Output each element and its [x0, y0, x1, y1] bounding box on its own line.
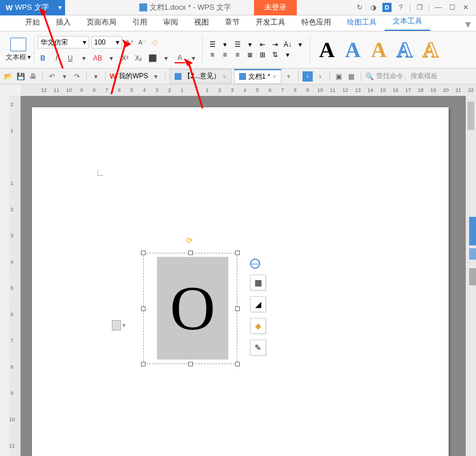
page[interactable]: ⟳ O ▾ — [32, 107, 449, 456]
increase-font-icon[interactable]: A⁺ [124, 37, 135, 47]
underline-button[interactable]: U [65, 53, 75, 63]
tab-chapter[interactable]: 章节 [217, 14, 248, 31]
subscript-button[interactable]: X₂ [134, 53, 144, 63]
align-center-icon[interactable]: ≡ [220, 51, 230, 59]
paste-options[interactable]: ▾ [112, 320, 126, 330]
outline-icon[interactable]: ✎ [250, 340, 266, 356]
scrollbar-thumb[interactable] [467, 102, 474, 130]
align-distribute-icon[interactable]: ⊞ [257, 51, 268, 59]
strikethrough-button[interactable]: AB [92, 53, 103, 63]
wps-logo[interactable]: W [110, 72, 116, 80]
ruler-vertical[interactable]: 21123456789101112 [9, 96, 21, 456]
line-spacing-dropdown[interactable]: ▾ [283, 51, 293, 59]
highlight-dropdown[interactable]: ▾ [161, 53, 171, 63]
my-wps-dropdown[interactable]: ▾ [151, 71, 161, 82]
doc-tab-2[interactable]: 文档1 * × [234, 69, 281, 84]
collapse-toolbar-icon[interactable]: — [250, 259, 260, 269]
italic-button[interactable]: I [51, 53, 62, 63]
restore-icon[interactable]: ❐ [415, 3, 424, 12]
bullets-icon[interactable]: ☰ [207, 41, 217, 49]
resize-handle-bm[interactable] [188, 362, 193, 366]
tab-view[interactable]: 视图 [186, 14, 217, 31]
undo-icon[interactable]: ↶ [47, 71, 57, 82]
bold-button[interactable]: B [38, 53, 48, 63]
help-icon[interactable]: ? [396, 3, 405, 12]
sort-dropdown[interactable]: ▾ [295, 41, 305, 49]
wordart-style-4[interactable]: A [397, 37, 412, 62]
sort-icon[interactable]: A↓ [283, 41, 293, 49]
tab-insert[interactable]: 插入 [48, 14, 79, 31]
font-color-dropdown[interactable]: ▾ [188, 53, 199, 63]
side-panel-tab[interactable] [469, 217, 476, 245]
textbox-icon[interactable] [10, 38, 26, 51]
wordart-style-1[interactable]: A [319, 37, 334, 62]
strikethrough-dropdown[interactable]: ▾ [106, 53, 116, 63]
nav-next-icon[interactable]: › [315, 71, 325, 82]
font-name-select[interactable]: 华文仿宋▾ [38, 36, 89, 49]
rotate-handle-icon[interactable]: ⟳ [186, 236, 195, 245]
nav-prev-icon[interactable]: ‹ [302, 71, 313, 82]
page-wrapper[interactable]: ⟳ O ▾ — [21, 96, 476, 456]
ribbon-collapse-icon[interactable]: ⯆ [460, 18, 476, 31]
resize-handle-tm[interactable] [188, 251, 193, 255]
highlight-button[interactable]: ⬛ [147, 53, 158, 63]
selected-textbox[interactable]: ⟳ O [143, 253, 237, 364]
format-painter-icon[interactable]: ▾ [91, 71, 101, 82]
textbox-label[interactable]: 文本框▾ [6, 53, 31, 62]
side-panel-btn-1[interactable] [469, 248, 476, 260]
resize-handle-tr[interactable] [235, 251, 240, 255]
indent-right-icon[interactable]: ⇥ [270, 41, 280, 49]
wordart-style-3[interactable]: A [371, 37, 386, 62]
resize-handle-mr[interactable] [235, 306, 240, 311]
redo-icon[interactable]: ↷ [72, 71, 82, 82]
underline-dropdown[interactable]: ▾ [79, 53, 89, 63]
tab-reference[interactable]: 引用 [124, 14, 155, 31]
minimize-icon[interactable]: — [434, 3, 443, 12]
doc-tab-close-icon[interactable]: × [272, 73, 276, 80]
line-spacing-icon[interactable]: ⇅ [270, 51, 280, 59]
wordart-style-2[interactable]: A [345, 37, 360, 62]
align-right-icon[interactable]: ≡ [232, 51, 243, 59]
task-pane-icon[interactable]: ▦ [346, 71, 357, 82]
bullets-dropdown[interactable]: ▾ [220, 41, 230, 49]
doc-tab-close-icon[interactable]: × [223, 73, 226, 80]
clear-format-icon[interactable]: ◇ [150, 37, 160, 47]
align-left-icon[interactable]: ≡ [207, 51, 217, 59]
paste-dropdown-icon[interactable]: ▾ [122, 321, 126, 329]
maximize-icon[interactable]: ☐ [447, 3, 457, 12]
font-size-select[interactable]: 100▾ [91, 36, 122, 49]
app-menu-dropdown[interactable]: ▾ [55, 0, 65, 15]
tab-draw-tools[interactable]: 绘图工具 [339, 14, 385, 31]
textbox-content[interactable]: O [157, 257, 228, 360]
settings-icon[interactable]: ◑ [369, 3, 378, 12]
open-icon[interactable]: 📂 [3, 71, 13, 82]
shape-fill-icon[interactable]: ◆ [250, 318, 266, 334]
indent-left-icon[interactable]: ⇤ [257, 41, 268, 49]
wordart-style-5[interactable]: A [423, 37, 438, 62]
superscript-button[interactable]: X² [120, 53, 130, 63]
resize-handle-ml[interactable] [141, 306, 146, 311]
resize-handle-tl[interactable] [141, 251, 146, 255]
resize-handle-bl[interactable] [141, 362, 146, 366]
tab-page-layout[interactable]: 页面布局 [79, 14, 124, 31]
numbering-icon[interactable]: ☰ [232, 41, 243, 49]
login-button[interactable]: 未登录 [254, 0, 297, 15]
font-color-button[interactable]: A [175, 53, 185, 63]
resize-handle-br[interactable] [235, 362, 240, 366]
search-box[interactable]: 🔍 查找命令、搜索模板 [365, 71, 438, 81]
doc-tab-1[interactable]: 【2...意见） × [170, 69, 232, 83]
tab-special[interactable]: 特色应用 [293, 14, 339, 31]
my-wps-label[interactable]: 我的WPS [119, 71, 148, 81]
new-tab-icon[interactable]: + [284, 71, 294, 82]
fill-icon[interactable]: ◢ [250, 296, 266, 312]
view-mode-icon[interactable]: ▣ [334, 71, 344, 82]
tab-dev-tools[interactable]: 开发工具 [248, 14, 293, 31]
align-justify-icon[interactable]: ≣ [245, 51, 255, 59]
close-icon[interactable]: ✕ [461, 3, 470, 12]
side-panel-btn-2[interactable] [469, 268, 476, 285]
sync-icon[interactable]: ↻ [355, 3, 364, 12]
numbering-dropdown[interactable]: ▾ [245, 41, 255, 49]
layout-options-icon[interactable]: ▦ [250, 275, 266, 290]
tab-start[interactable]: 开始 [17, 14, 48, 31]
save-icon[interactable]: 💾 [15, 71, 26, 82]
